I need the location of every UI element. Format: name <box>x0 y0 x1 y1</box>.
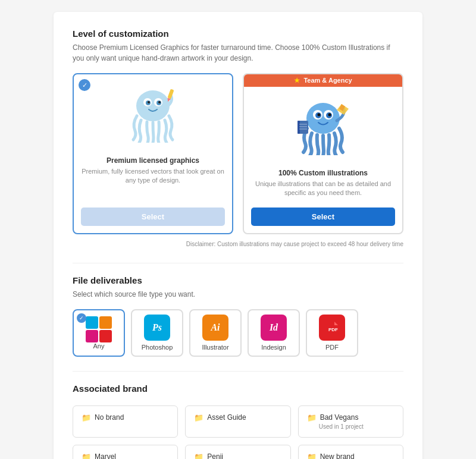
custom-card-content: 100% Custom illustrations Unique illustr… <box>244 164 402 203</box>
pdf-symbol: PDF <box>324 319 340 336</box>
svg-point-15 <box>328 114 331 117</box>
photoshop-icon: Ps <box>144 315 170 341</box>
bad-vegans-used: Used in 1 project <box>307 423 364 430</box>
divider-1 <box>73 263 403 263</box>
svg-rect-19 <box>298 121 300 134</box>
penji-name-row: 📁 Penji <box>194 452 223 459</box>
deliverables-title: File deliverables <box>73 275 403 285</box>
premium-card-title: Premium licensed graphics <box>81 156 225 165</box>
customization-section: Level of customization Choose Premium Li… <box>73 29 403 249</box>
svg-point-0 <box>136 90 170 121</box>
photoshop-label: Photoshop <box>142 344 173 351</box>
new-brand-name-row: 📁 New brand <box>307 452 355 459</box>
premium-card-image <box>74 74 232 152</box>
new-brand-folder-icon: 📁 <box>307 452 317 459</box>
brand-penji[interactable]: 📁 Penji Used in 9 projects <box>185 445 290 459</box>
custom-card[interactable]: ★ Team & Agency <box>243 73 403 234</box>
svg-rect-7 <box>167 89 174 99</box>
divider-2 <box>73 371 403 372</box>
customization-cards: ✓ <box>73 73 403 234</box>
asset-guide-name: Asset Guide <box>207 413 246 422</box>
brand-title: Associated brand <box>73 383 403 394</box>
indesign-label: Indesign <box>261 344 286 351</box>
pdf-icon: PDF <box>319 315 345 341</box>
brand-marvel[interactable]: 📁 Marvel <box>73 445 178 459</box>
svg-point-9 <box>306 103 340 134</box>
badge-text: Team & Agency <box>303 77 352 84</box>
file-type-pdf[interactable]: PDF PDF <box>306 309 358 357</box>
any-check-icon: ✓ <box>77 313 86 323</box>
brand-asset-guide[interactable]: 📁 Asset Guide <box>185 405 290 438</box>
bad-vegans-name-row: 📁 Bad Vegans <box>307 413 359 422</box>
octopus-plain-svg <box>126 83 180 143</box>
page-container: Level of customization Choose Premium Li… <box>54 12 422 459</box>
customization-description: Choose Premium Licensed Graphics for fas… <box>73 42 403 64</box>
custom-card-subtitle: Unique illustrations that can be as deta… <box>251 180 395 198</box>
file-type-indesign[interactable]: Id Indesign <box>248 309 300 357</box>
custom-card-title: 100% Custom illustrations <box>251 169 395 177</box>
any-icon <box>86 316 112 342</box>
no-brand-name-row: 📁 No brand <box>82 413 124 422</box>
deliverables-description: Select which source file type you want. <box>73 289 403 300</box>
illustrator-label: Illustrator <box>202 344 228 351</box>
bad-vegans-folder-icon: 📁 <box>307 413 317 422</box>
marvel-name-row: 📁 Marvel <box>82 452 116 459</box>
file-type-any[interactable]: ✓ Any <box>73 309 125 357</box>
illustrator-icon: Ai <box>202 315 228 341</box>
pdf-label: PDF <box>325 344 339 351</box>
marvel-folder-icon: 📁 <box>82 452 91 459</box>
brand-grid: 📁 No brand 📁 Asset Guide 📁 Bad Vegans Us… <box>73 405 403 459</box>
brand-no-brand[interactable]: 📁 No brand <box>73 405 178 438</box>
premium-card[interactable]: ✓ <box>73 73 233 234</box>
brand-section: Associated brand 📁 No brand 📁 Asset Guid… <box>73 383 403 459</box>
no-brand-folder-icon: 📁 <box>82 413 91 422</box>
no-brand-name: No brand <box>95 413 124 422</box>
brand-bad-vegans[interactable]: 📁 Bad Vegans Used in 1 project <box>298 405 403 438</box>
svg-point-5 <box>148 101 150 103</box>
customization-title: Level of customization <box>73 29 403 39</box>
asset-guide-folder-icon: 📁 <box>194 413 203 422</box>
premium-card-subtitle: Premium, fully licensed vectors that loo… <box>81 167 225 186</box>
asset-guide-name-row: 📁 Asset Guide <box>194 413 246 422</box>
premium-check-icon: ✓ <box>79 79 90 91</box>
bad-vegans-name: Bad Vegans <box>320 413 359 422</box>
any-label: Any <box>93 342 105 350</box>
svg-point-14 <box>317 114 320 117</box>
octopus-colorful-svg <box>295 96 352 155</box>
brand-new-brand[interactable]: 📁 New brand <box>298 445 403 459</box>
file-type-illustrator[interactable]: Ai Illustrator <box>189 309 242 357</box>
star-icon: ★ <box>294 77 300 84</box>
marvel-name: Marvel <box>95 452 116 459</box>
custom-card-image <box>244 87 402 164</box>
svg-point-6 <box>158 101 161 103</box>
indesign-icon: Id <box>261 315 287 341</box>
deliverables-section: File deliverables Select which source fi… <box>73 275 403 357</box>
file-type-photoshop[interactable]: Ps Photoshop <box>131 309 183 357</box>
custom-card-badge: ★ Team & Agency <box>244 74 402 87</box>
penji-name: Penji <box>207 452 223 459</box>
new-brand-name: New brand <box>320 452 355 459</box>
disclaimer-text: Disclaimer: Custom illustrations may cau… <box>73 240 403 249</box>
premium-select-button[interactable]: Select <box>81 208 225 226</box>
svg-text:PDF: PDF <box>328 327 338 332</box>
premium-card-content: Premium licensed graphics Premium, fully… <box>74 152 232 203</box>
penji-folder-icon: 📁 <box>194 452 203 459</box>
custom-select-button[interactable]: Select <box>251 208 395 226</box>
file-types-list: ✓ Any Ps Photoshop Ai <box>73 309 403 357</box>
